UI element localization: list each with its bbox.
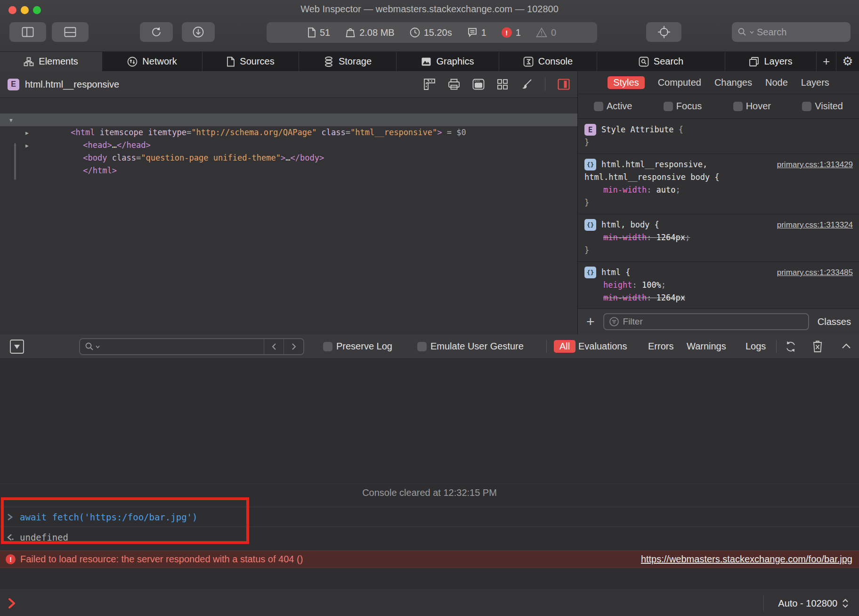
pseudo-hover-checkbox[interactable]: Hover: [733, 101, 771, 112]
chevron-down-icon: [94, 345, 103, 349]
dom-row-doctype[interactable]: <!DOCTYPE html>: [0, 101, 577, 113]
tab-layers[interactable]: Layers: [725, 52, 817, 71]
console-command-row[interactable]: await fetch('https:/foo/bar.jpg'): [0, 507, 859, 527]
window-title: Web Inspector — webmasters.stackexchange…: [0, 4, 859, 15]
disclosure-triangle-icon[interactable]: ▼: [9, 114, 13, 127]
styles-sidebar: Styles Computed Changes Node Layers Acti…: [577, 71, 859, 334]
css-declaration-overridden[interactable]: min-width: 1264px: [584, 292, 853, 304]
element-picker-button[interactable]: [646, 22, 681, 42]
styles-filter-input[interactable]: [623, 316, 803, 327]
error-badge-icon: !: [6, 554, 16, 564]
scope-logs[interactable]: Logs: [746, 341, 766, 352]
emulate-user-gesture-checkbox[interactable]: Emulate User Gesture: [417, 341, 524, 352]
dom-row-html-close[interactable]: </html>: [0, 152, 577, 164]
disclosure-triangle-icon[interactable]: ▶: [25, 127, 29, 139]
error-resource-link[interactable]: https://webmasters.stackexchange.com/foo…: [641, 554, 859, 565]
settings-button[interactable]: ⚙: [836, 52, 859, 71]
scope-warnings[interactable]: Warnings: [687, 341, 726, 352]
css-source-link[interactable]: primary.css:1:233485: [777, 266, 853, 279]
tab-search[interactable]: Search: [597, 52, 725, 71]
preserve-log-checkbox[interactable]: Preserve Log: [323, 341, 392, 352]
tab-network[interactable]: Network: [102, 52, 203, 71]
tab-styles[interactable]: Styles: [608, 76, 644, 89]
printer-icon[interactable]: [448, 79, 460, 90]
css-source-link[interactable]: primary.css:1:313324: [777, 219, 853, 231]
checkbox[interactable]: [417, 342, 427, 351]
pseudo-focus-checkbox[interactable]: Focus: [664, 101, 702, 112]
dock-side-button[interactable]: [9, 22, 46, 42]
css-source-link[interactable]: primary.css:1:313429: [777, 158, 853, 171]
find-previous-button[interactable]: [264, 339, 284, 354]
console-toolbar: Preserve Log Emulate User Gesture All Ev…: [0, 334, 859, 359]
console-result-row[interactable]: undefined: [0, 527, 859, 547]
tab-console[interactable]: Console: [499, 52, 597, 71]
prompt-chevron-icon: [7, 507, 13, 527]
css-rule-html-body[interactable]: {} html, body { primary.css:1:313324 min…: [578, 214, 859, 262]
console-icon: [523, 57, 534, 67]
element-badge: E: [584, 124, 596, 136]
console-cleared-message: Console cleared at 12:32:15 PM: [0, 484, 859, 501]
checkbox[interactable]: [733, 102, 743, 111]
breadcrumb[interactable]: E html.html__responsive: [0, 79, 119, 90]
reload-button[interactable]: [140, 22, 173, 42]
console-search-input[interactable]: [103, 341, 264, 352]
toolbar-divider: [545, 78, 545, 91]
dom-row-html[interactable]: ▼<html itemscope itemtype="http://schema…: [0, 113, 577, 126]
console-drawer-icon[interactable]: [9, 339, 24, 354]
grid-icon[interactable]: [497, 79, 508, 90]
dock-bottom-button[interactable]: [52, 22, 89, 42]
tab-computed[interactable]: Computed: [658, 77, 701, 88]
scope-errors[interactable]: Errors: [648, 341, 673, 352]
checkbox[interactable]: [594, 102, 603, 111]
node-size-selector[interactable]: Auto - 102800: [778, 590, 849, 616]
resource-stats[interactable]: 51 2.08 MB 15.20s 1 !: [267, 22, 597, 43]
checkbox[interactable]: [802, 102, 811, 111]
scope-all[interactable]: All: [554, 340, 575, 353]
tab-storage[interactable]: Storage: [299, 52, 397, 71]
classes-button[interactable]: Classes: [809, 316, 859, 327]
console-prompt-bar: Auto - 102800: [0, 590, 859, 616]
search-input[interactable]: [757, 27, 837, 38]
css-declaration[interactable]: height: 100%;: [584, 279, 853, 292]
toolbar-divider: [776, 340, 777, 353]
console-response-row[interactable]: i ▶ Response {type: "basic", url: "https…: [0, 568, 859, 589]
tab-elements[interactable]: Elements: [0, 52, 102, 71]
download-button[interactable]: [182, 22, 215, 42]
css-rules-list: E Style Attribute { } {} html.html__resp…: [578, 119, 859, 308]
checkbox[interactable]: [664, 102, 673, 111]
console-error-row[interactable]: ! Failed to load resource: the server re…: [0, 551, 859, 568]
css-declaration-overridden[interactable]: min-width: 1264px;: [584, 231, 853, 244]
scope-evaluations[interactable]: Evaluations: [578, 341, 627, 352]
refresh-icon[interactable]: [785, 340, 797, 353]
pseudo-active-checkbox[interactable]: Active: [594, 101, 632, 112]
add-tab-button[interactable]: +: [817, 52, 836, 71]
css-declaration[interactable]: min-width: auto;: [584, 184, 853, 196]
find-next-button[interactable]: [284, 339, 303, 354]
css-rule-html[interactable]: {} html { primary.css:1:233485 height: 1…: [578, 262, 859, 308]
warning-count-stat: 0: [536, 27, 556, 38]
warning-triangle-icon: [536, 27, 547, 38]
pseudo-visited-checkbox[interactable]: Visited: [802, 101, 843, 112]
dom-row-head[interactable]: ▶<head>…</head>: [0, 126, 577, 139]
styles-filter: [603, 313, 809, 330]
tab-sources[interactable]: Sources: [203, 52, 299, 71]
tab-node[interactable]: Node: [765, 77, 788, 88]
window-icon[interactable]: [472, 79, 485, 90]
prompt-chevron-icon: [8, 598, 16, 609]
ruler-icon[interactable]: [423, 78, 436, 90]
tab-graphics[interactable]: Graphics: [397, 52, 499, 71]
paintbrush-icon[interactable]: [520, 78, 533, 90]
new-rule-button[interactable]: +: [578, 314, 603, 330]
dom-row-body[interactable]: ▶<body class="question-page unified-them…: [0, 139, 577, 152]
network-icon: [127, 57, 138, 67]
css-rule-html-responsive[interactable]: {} html.html__responsive, primary.css:1:…: [578, 154, 859, 214]
disclosure-triangle-icon[interactable]: ▶: [25, 139, 29, 152]
trash-icon[interactable]: [812, 340, 823, 353]
checkbox[interactable]: [323, 342, 332, 351]
tab-layers-sidebar[interactable]: Layers: [801, 77, 829, 88]
style-attribute-rule[interactable]: E Style Attribute { }: [578, 119, 859, 154]
tab-changes[interactable]: Changes: [714, 77, 752, 88]
sidebar-toggle-icon[interactable]: [558, 79, 570, 90]
collapse-icon[interactable]: [841, 341, 851, 352]
console-prompt-input[interactable]: [22, 595, 728, 612]
